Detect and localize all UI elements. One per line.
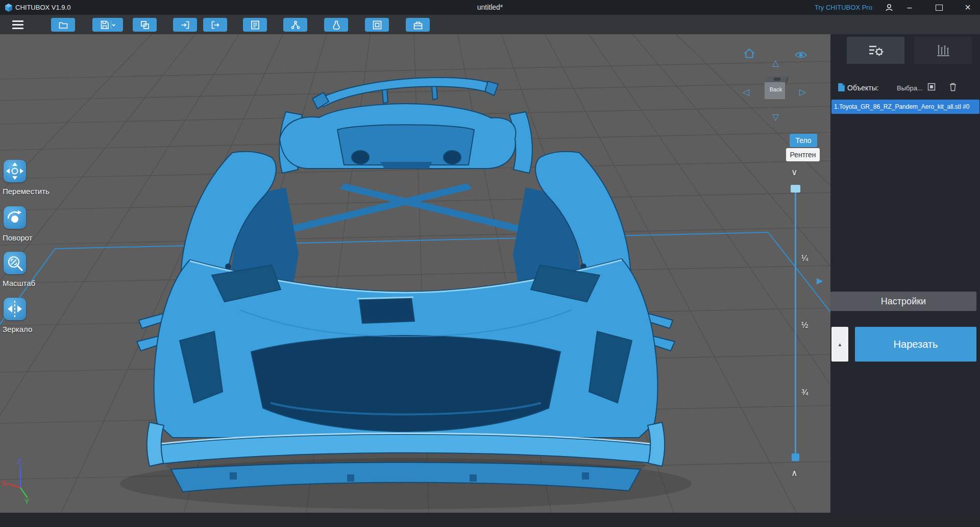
status-bar xyxy=(0,513,980,527)
select-all-button[interactable] xyxy=(927,83,936,91)
scale-tool-button[interactable] xyxy=(4,252,26,274)
arrow-out-icon xyxy=(210,20,220,30)
view-cube[interactable]: Back xyxy=(762,74,790,103)
mirror-tool-button[interactable] xyxy=(4,298,26,320)
maximize-icon xyxy=(936,5,943,11)
scale-icon xyxy=(4,252,26,274)
selection-label: Выбра... xyxy=(897,84,923,92)
try-pro-link[interactable]: Try CHITUBOX Pro xyxy=(815,4,872,11)
home-icon xyxy=(743,48,755,59)
import-button[interactable] xyxy=(173,18,197,32)
menu-button[interactable] xyxy=(12,20,23,31)
person-icon xyxy=(885,4,893,12)
axis-gizmo: Z X Y xyxy=(1,458,37,505)
clone-icon xyxy=(140,20,150,30)
arrow-in-icon xyxy=(180,20,190,30)
rotate-up-arrow[interactable]: △ xyxy=(772,59,779,67)
tab-settings[interactable] xyxy=(847,37,904,64)
open-button[interactable] xyxy=(51,18,75,32)
minimize-button[interactable]: – xyxy=(899,0,920,15)
network-icon xyxy=(290,20,301,30)
eye-icon xyxy=(794,51,807,59)
clip-slider-handle-bottom[interactable] xyxy=(792,453,799,461)
settings-tab-icon xyxy=(868,44,884,57)
xray-mode-button[interactable]: Рентген xyxy=(786,148,820,161)
viewport-3d[interactable] xyxy=(0,34,830,513)
app-logo-icon xyxy=(4,3,13,12)
save-button[interactable] xyxy=(92,18,123,32)
move-icon xyxy=(4,160,26,182)
rotate-tool-button[interactable] xyxy=(4,206,26,229)
axis-x-label: X xyxy=(2,479,7,487)
app-title: CHITUBOX V1.9.0 xyxy=(15,4,70,11)
delete-button[interactable] xyxy=(949,82,957,91)
slider-quarter-label: ¼ xyxy=(801,254,808,263)
document-icon xyxy=(838,83,845,92)
clip-slider-handle-top[interactable] xyxy=(791,185,800,193)
layout-button[interactable] xyxy=(243,18,267,32)
object-list-item[interactable]: 1.Toyota_GR_86_RZ_Pandem_Aero_kit_all.st… xyxy=(831,100,979,114)
list-icon xyxy=(250,20,260,30)
clone-button[interactable] xyxy=(133,18,157,32)
rotate-left-arrow[interactable]: ◁ xyxy=(743,88,749,97)
chevron-down-icon xyxy=(112,24,115,26)
support-tab-icon xyxy=(936,44,951,57)
title-bar: CHITUBOX V1.9.0 untitled* Try CHITUBOX P… xyxy=(0,0,980,15)
slider-three-quarter-label: ¾ xyxy=(801,388,808,397)
axis-y-label: Y xyxy=(24,497,30,505)
slider-half-label: ½ xyxy=(801,321,808,330)
view-cube-graphic xyxy=(762,74,790,103)
toolbox-button[interactable] xyxy=(406,18,430,32)
panel-expand-arrow[interactable]: ▶ xyxy=(817,276,823,285)
slider-caret-bottom[interactable]: ∧ xyxy=(791,468,797,478)
close-button[interactable]: × xyxy=(958,0,978,15)
slider-caret-top[interactable]: ∨ xyxy=(791,167,797,178)
move-tool-label: Переместить xyxy=(3,187,50,196)
rotate-right-arrow[interactable]: ▷ xyxy=(799,88,806,97)
settings-button[interactable]: Настройки xyxy=(830,292,976,311)
mirror-tool-label: Зеркало xyxy=(3,325,32,333)
save-icon xyxy=(100,20,116,30)
body-mode-button[interactable]: Тело xyxy=(790,134,817,147)
dig-hole-button[interactable] xyxy=(365,18,389,32)
right-panel: Объекты: Выбра... 1.Toyota_GR_86_RZ_Pand… xyxy=(830,34,980,513)
chitubox-window: CHITUBOX V1.9.0 untitled* Try CHITUBOX P… xyxy=(0,0,980,527)
home-view-button[interactable] xyxy=(743,48,757,62)
clip-slider-track[interactable] xyxy=(795,187,796,461)
rotate-down-arrow[interactable]: ▽ xyxy=(772,113,779,122)
flask-icon xyxy=(331,20,341,30)
objects-label: Объекты: xyxy=(847,84,879,92)
visibility-button[interactable] xyxy=(794,51,807,61)
folder-icon xyxy=(58,20,68,30)
frame-icon xyxy=(372,20,382,30)
tab-support[interactable] xyxy=(914,37,972,64)
axis-z-label: Z xyxy=(17,458,22,466)
maximize-button[interactable] xyxy=(929,0,949,15)
box-icon xyxy=(413,20,423,30)
mirror-icon xyxy=(4,298,26,320)
rotate-tool-label: Поворот xyxy=(3,233,33,242)
slice-button[interactable]: Нарезать xyxy=(855,327,976,362)
group-button[interactable] xyxy=(283,18,307,32)
account-button[interactable] xyxy=(879,0,899,15)
slice-options-toggle[interactable]: ▲ xyxy=(831,327,848,362)
hollow-button[interactable] xyxy=(324,18,348,32)
rotate-icon xyxy=(4,206,26,229)
move-tool-button[interactable] xyxy=(4,160,26,182)
export-button[interactable] xyxy=(203,18,227,32)
scale-tool-label: Масштаб xyxy=(3,279,35,288)
